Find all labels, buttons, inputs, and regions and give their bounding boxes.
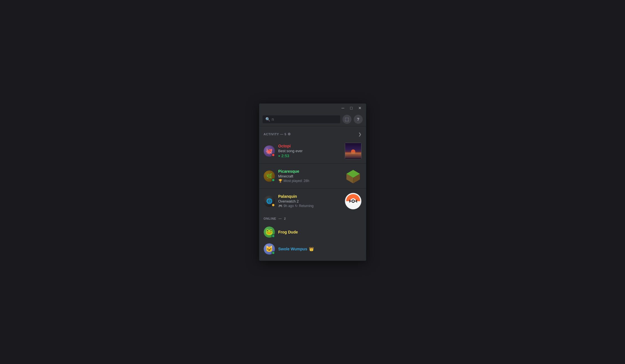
activity-chevron-icon[interactable]: ❯ [358,132,362,136]
trophy-icon: 🏆 [278,179,283,183]
username-octopi: Octopi [278,144,291,148]
avatar-wrap-frog: 🐸 [264,226,275,238]
titlebar: ─ □ ✕ [259,104,366,113]
inbox-icon: ⬚ [345,116,349,122]
online-section-header: ONLINE — 2 [259,215,366,223]
activity-detail-octopi: Best song ever [278,149,341,153]
separator-1 [259,163,366,164]
activity-section-header: ACTIVITY — 5 ⚙ ❯ [259,130,366,139]
online-title: ONLINE — 2 [264,217,286,220]
discord-window: ─ □ ✕ 🔍 ⬚ ? ACTIVITY — 5 ⚙ ❯ [259,104,366,261]
username-row-picaresque: Picaresque [278,169,341,174]
activity-sub-palanquin: 🎮 9h ago ↻ Returning [278,204,341,208]
status-dot-palanquin [272,203,275,207]
activity-sub-picaresque: 🏆 Most played: 28h [278,179,341,183]
username-frog: Frog Dude [278,230,298,234]
returning-label: Returning [299,204,313,208]
status-dot-picaresque [272,178,275,182]
inbox-button[interactable]: ⬚ [342,115,351,124]
username-row-palanquin: Palanquin [278,194,341,199]
activity-info-palanquin: Palanquin Overwatch 2 🎮 9h ago ↻ Returni… [278,194,341,208]
search-bar[interactable]: 🔍 [263,115,340,123]
activity-detail-palanquin: Overwatch 2 [278,199,341,203]
status-dot-frog [272,234,275,238]
online-info-swole: Swole Wumpus 👑 [278,247,362,251]
activity-detail-picaresque: Minecraft [278,174,341,178]
avatar-wrap-octopi: 🐙 [264,145,275,157]
svg-point-22 [352,200,354,202]
overwatch-art [345,193,362,210]
minecraft-art [345,168,362,185]
minimize-button[interactable]: ─ [339,104,347,112]
username-palanquin: Palanquin [278,194,297,199]
activity-sub-octopi: ● 2:53 [278,154,341,158]
minecraft-svg [345,168,362,185]
search-input[interactable] [272,117,337,122]
help-icon: ? [357,117,359,122]
activity-item-picaresque[interactable]: 🌿 Picaresque Minecraft 🏆 Most played: 28… [259,165,366,187]
close-button[interactable]: ✕ [356,104,364,112]
help-button[interactable]: ? [354,115,363,124]
activity-title: ACTIVITY — 5 ⚙ [264,132,291,136]
gamepad-icon: 🎮 [278,204,283,208]
online-info-frog: Frog Dude [278,230,362,235]
main-content: ACTIVITY — 5 ⚙ ❯ 🐙 Octopi Best song ever [259,126,366,261]
crown-icon: 👑 [309,247,314,251]
username-swole: Swole Wumpus [278,247,307,251]
svg-rect-2 [345,152,361,159]
activity-item-palanquin[interactable]: 🌐 Palanquin Overwatch 2 🎮 9h ago ↻ Retur… [259,190,366,212]
returning-icon: ↻ [295,204,298,208]
search-icon: 🔍 [265,117,270,122]
avatar-wrap-swole: 🐱 [264,243,275,255]
overwatch-svg [345,193,362,210]
activity-info-octopi: Octopi Best song ever ● 2:53 [278,144,341,158]
album-art-svg [345,143,361,159]
maximize-button[interactable]: □ [348,104,355,112]
username-picaresque: Picaresque [278,169,299,174]
status-dot-swole [272,251,275,255]
avatar-wrap-picaresque: 🌿 [264,170,275,182]
album-art-octopi [345,143,362,159]
activity-info-picaresque: Picaresque Minecraft 🏆 Most played: 28h [278,169,341,183]
toolbar: 🔍 ⬚ ? [259,113,366,126]
activity-item-octopi[interactable]: 🐙 Octopi Best song ever ● 2:53 [259,140,366,162]
online-section: ONLINE — 2 🐸 F [259,215,366,257]
online-item-swole[interactable]: 🐱 Swole Wumpus 👑 [259,241,366,257]
svg-rect-5 [348,155,359,155]
username-row-octopi: Octopi [278,144,341,148]
svg-rect-6 [345,152,361,152]
online-item-frog[interactable]: 🐸 Frog Dude [259,224,366,241]
settings-icon[interactable]: ⚙ [288,132,291,136]
avatar-wrap-palanquin: 🌐 [264,196,275,207]
separator-2 [259,188,366,189]
svg-rect-4 [351,152,355,153]
track-time: 2:53 [281,154,289,158]
spotify-icon: ● [278,154,280,158]
status-dot-octopi [272,153,275,157]
